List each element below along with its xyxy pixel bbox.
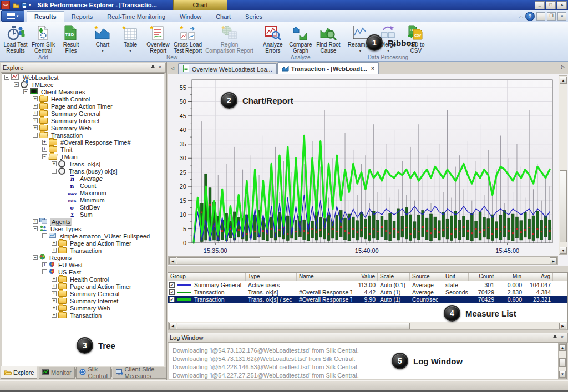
tree-expander-icon[interactable]: + — [33, 111, 38, 116]
tree-expander-icon[interactable]: + — [33, 96, 38, 101]
tree-expander-icon[interactable]: − — [33, 226, 38, 231]
mdi-close-button[interactable]: × — [557, 12, 566, 21]
menu-tab-reports[interactable]: Reports — [64, 12, 100, 22]
tree-expander-icon[interactable]: + — [52, 284, 57, 289]
tree-item-simple-amazon-vuser-fullspeed[interactable]: −simple amazon_VUser-Fullspeed — [2, 232, 164, 240]
tree-item-overall-response-time[interactable]: +#Overall Response Time# — [2, 139, 164, 146]
scroll-up-icon[interactable]: ▲ — [560, 77, 567, 84]
tree-item-health-control[interactable]: +Health Control — [2, 276, 164, 283]
tree-item-sum[interactable]: ΣSum — [2, 211, 164, 218]
panel-tab-silk-central[interactable]: Silk Central — [76, 367, 110, 379]
pin-icon[interactable] — [149, 64, 156, 71]
panel-tab-explore[interactable]: Explore — [1, 366, 37, 379]
tree-expander-icon[interactable]: + — [33, 104, 38, 109]
save-icon[interactable] — [21, 2, 27, 8]
column-header-avg[interactable]: Avg — [524, 273, 553, 281]
tree-item-us-east[interactable]: −US-East — [2, 268, 164, 276]
column-header-name[interactable]: Name — [297, 273, 352, 281]
document-tab-overview-webloadtest-loa[interactable]: Overview WebLoadtest-Loa... — [178, 63, 277, 74]
result-files-button[interactable]: TSDResultFiles — [57, 23, 85, 54]
tree-expander-icon[interactable]: + — [52, 241, 57, 246]
scroll-thumb[interactable] — [560, 170, 567, 242]
tree-item-client-measures[interactable]: −Client Measures — [2, 88, 164, 95]
column-header-type[interactable]: Type — [246, 273, 297, 281]
scroll-thumb[interactable] — [177, 257, 260, 264]
tree-item-summary-internet[interactable]: +Summary Internet — [2, 297, 164, 304]
menu-tab-window[interactable]: Window — [173, 12, 209, 22]
tree-expander-icon[interactable]: − — [42, 154, 47, 159]
tree-item-page-and-action-timer[interactable]: +Page and Action Timer — [2, 240, 164, 247]
tree-expander-icon[interactable]: + — [52, 313, 57, 318]
tree-expander-icon[interactable]: − — [42, 269, 47, 274]
close-panel-icon[interactable]: × — [156, 64, 164, 71]
scroll-down-icon[interactable]: ▼ — [560, 247, 567, 254]
scroll-right-icon[interactable]: ▶ — [559, 323, 566, 329]
tree-item-average[interactable]: nAverage — [2, 175, 164, 182]
tree-item-transaction[interactable]: −Transaction — [2, 131, 164, 139]
cross-load-test-report-button[interactable]: ★Cross LoadTest Report — [172, 23, 204, 54]
tree-item-summary-general[interactable]: +Summary General — [2, 110, 164, 117]
measure-row-trans-ok-s[interactable]: ✓TransactionTrans. ok[s]#Overall Respons… — [168, 288, 567, 296]
tree-item-summary-web[interactable]: +Summary Web — [2, 304, 164, 312]
menu-tab-real-time-monitoring[interactable]: Real-Time Monitoring — [100, 12, 173, 22]
tree-item-user-types[interactable]: −User Types — [2, 225, 164, 232]
tree-item-stddev[interactable]: σStdDev — [2, 203, 164, 211]
tree-expander-icon[interactable]: + — [52, 306, 57, 310]
mdi-restore-button[interactable]: ❐ — [547, 12, 556, 21]
checkbox[interactable]: ✓ — [169, 282, 175, 288]
tree-expander-icon[interactable]: + — [33, 125, 38, 130]
tree-item-trans-busy-ok-s[interactable]: −Trans.(busy) ok[s] — [2, 167, 164, 175]
tree-item-maximum[interactable]: maxMaximum — [2, 189, 164, 196]
menu-tab-chart[interactable]: Chart — [209, 12, 238, 22]
tree-expander-icon[interactable]: + — [52, 277, 57, 282]
help-icon[interactable]: ? — [525, 12, 535, 21]
tree-expander-icon[interactable]: − — [33, 255, 38, 260]
tab-scroll-left-icon[interactable]: ◁ — [169, 65, 176, 73]
tree-expander-icon[interactable]: − — [23, 89, 28, 94]
collapse-ribbon-icon[interactable]: ︿ — [519, 13, 524, 20]
scroll-thumb[interactable] — [177, 323, 410, 329]
tree-item-page-and-action-timer[interactable]: +Page and Action Timer — [2, 283, 164, 290]
tree-expander-icon[interactable]: + — [33, 219, 38, 224]
menu-tab-results[interactable]: Results — [27, 11, 64, 22]
scroll-right-icon[interactable]: ▶ — [550, 257, 557, 264]
scroll-left-icon[interactable]: ◀ — [169, 257, 176, 264]
chart-vertical-scrollbar[interactable]: ▲ ▼ — [559, 75, 567, 255]
document-tab-transaction-webloadt[interactable]: Transaction - [WebLoadt...× — [277, 62, 379, 74]
scroll-down-icon[interactable]: ▼ — [559, 371, 566, 378]
chart-horizontal-scrollbar[interactable]: ◀ ▶ — [168, 256, 558, 265]
tab-scroll-right-icon[interactable]: ▷ — [559, 63, 567, 71]
panel-tab-client-side-measures[interactable]: Client-Side Measures — [113, 367, 166, 379]
tree-expander-icon[interactable]: + — [42, 262, 47, 267]
measure-row-active-users[interactable]: ✓Summary GeneralActive users---113.00Aut… — [168, 281, 567, 288]
panel-tab-monitor[interactable]: Monitor — [39, 367, 75, 379]
tree-item-tmain[interactable]: −TMain — [2, 153, 164, 160]
column-header-min[interactable]: Min — [496, 273, 524, 281]
column-header-unit[interactable]: Unit — [443, 273, 469, 281]
maximize-button[interactable]: □ — [546, 1, 556, 9]
tree-item-minimum[interactable]: minMinimum — [2, 196, 164, 203]
application-menu-button[interactable]: ▾ — [1, 10, 24, 22]
column-header-count[interactable]: Count — [469, 273, 496, 281]
table-button[interactable]: ★Table▼ — [116, 23, 144, 54]
tree-item-transaction[interactable]: +Transaction — [2, 312, 164, 319]
tree-expander-icon[interactable]: − — [4, 75, 9, 80]
tree-expander-icon[interactable]: + — [52, 298, 57, 303]
column-header-scale[interactable]: Scale — [378, 273, 410, 281]
compare-graph-button[interactable]: CompareGraph — [287, 23, 315, 54]
from-silk-central-button[interactable]: From SilkCentral — [29, 23, 57, 54]
measure-row-trans-ok-s-sec[interactable]: ✓TransactionTrans. ok[s] / sec#Overall R… — [168, 296, 567, 303]
chart-button[interactable]: ★Chart▼ — [89, 23, 116, 54]
tree-expander-icon[interactable]: + — [52, 291, 57, 296]
tree-expander-icon[interactable]: − — [42, 233, 47, 238]
tree-item-agents[interactable]: +Agents — [2, 218, 164, 225]
find-root-cause-button[interactable]: Find RootCause — [315, 23, 342, 54]
tree-expander-icon[interactable]: + — [42, 147, 47, 152]
checkbox[interactable]: ✓ — [169, 289, 175, 295]
column-header-group[interactable]: Group — [168, 273, 246, 281]
qat-dropdown-icon[interactable]: ▾ — [29, 3, 31, 7]
analyze-errors-button[interactable]: AnalyzeErrors — [259, 23, 287, 54]
tree-item-summary-internet[interactable]: +Summary Internet — [2, 117, 164, 124]
minimize-button[interactable]: _ — [535, 1, 545, 9]
tree-expander-icon[interactable]: + — [33, 118, 38, 123]
